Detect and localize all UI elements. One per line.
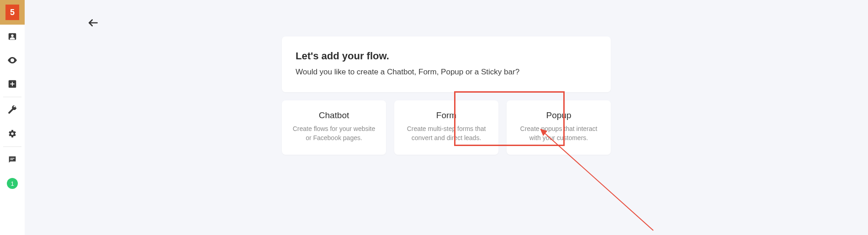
sidebar-item-view[interactable] (0, 48, 25, 72)
html5-shield-icon (5, 5, 19, 20)
arrow-left-icon (87, 17, 99, 29)
plus-box-icon (7, 79, 17, 89)
app-logo[interactable] (0, 0, 25, 25)
wrench-icon (7, 105, 17, 115)
svg-point-1 (11, 34, 14, 37)
flow-header-card: Let's add your flow. Would you like to c… (282, 37, 611, 92)
option-description: Create flows for your website or Faceboo… (290, 124, 378, 143)
svg-point-2 (11, 59, 13, 61)
option-description: Create popups that interact with your cu… (515, 124, 603, 143)
main-content: Let's add your flow. Would you like to c… (25, 0, 868, 235)
person-card-icon (7, 31, 17, 42)
sidebar-divider (3, 146, 21, 147)
svg-rect-6 (10, 158, 14, 158)
sidebar-item-add[interactable] (0, 72, 25, 96)
option-title: Popup (515, 110, 603, 120)
back-button[interactable] (84, 14, 102, 32)
gear-icon (7, 129, 17, 139)
flow-options-row: Chatbot Create flows for your website or… (282, 100, 611, 155)
sidebar-divider (3, 97, 21, 97)
badge-count: 1 (7, 178, 18, 189)
page-title: Let's add your flow. (296, 50, 597, 62)
chat-icon (7, 155, 17, 165)
eye-icon (7, 55, 18, 66)
content-column: Let's add your flow. Would you like to c… (282, 37, 611, 155)
sidebar-notification-badge[interactable]: 1 (0, 172, 25, 195)
option-title: Form (402, 110, 490, 120)
sidebar-item-settings[interactable] (0, 122, 25, 146)
sidebar-item-messages[interactable] (0, 148, 25, 172)
svg-rect-5 (10, 84, 14, 84)
sidebar: 1 (0, 0, 25, 235)
option-description: Create multi-step forms that convert and… (402, 124, 490, 143)
sidebar-item-contacts[interactable] (0, 25, 25, 48)
option-title: Chatbot (290, 110, 378, 120)
option-chatbot[interactable]: Chatbot Create flows for your website or… (282, 100, 386, 155)
page-subtitle: Would you like to create a Chatbot, Form… (296, 68, 597, 77)
sidebar-item-tools[interactable] (0, 98, 25, 122)
option-form[interactable]: Form Create multi-step forms that conver… (394, 100, 498, 155)
svg-rect-7 (10, 159, 13, 160)
option-popup[interactable]: Popup Create popups that interact with y… (507, 100, 611, 155)
